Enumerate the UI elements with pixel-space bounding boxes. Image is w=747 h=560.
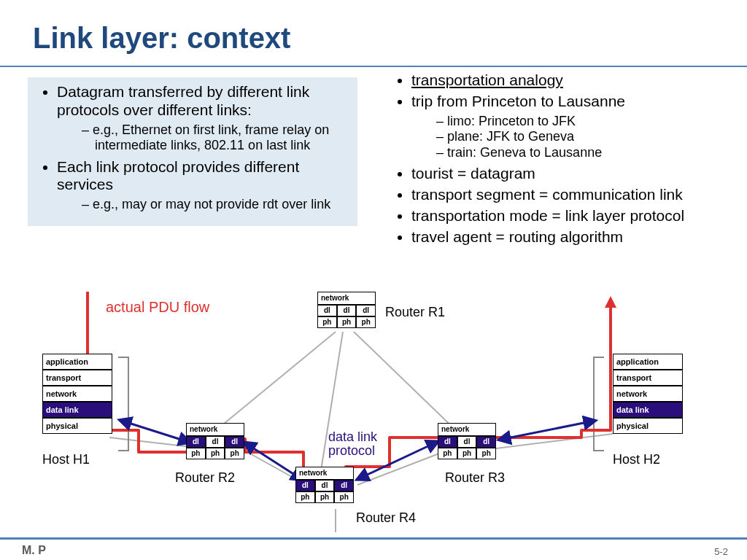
host-h1: application transport network data link …: [42, 354, 112, 434]
layer-physical: physical: [613, 418, 683, 434]
svg-line-6: [354, 332, 460, 434]
left-sub-1a: e.g., Ethernet on first link, frame rela…: [82, 122, 350, 154]
layer-transport: transport: [613, 370, 683, 386]
footer-rule: [0, 537, 747, 540]
right-sub-2c: train: Geneva to Lausanne: [436, 145, 729, 161]
footer-page: 5-2: [714, 546, 728, 557]
router-r1-label: Router R1: [385, 305, 445, 320]
slide: Link layer: context Datagram transferred…: [0, 0, 747, 560]
right-bullet-4: transport segment = communication link: [411, 186, 729, 204]
pdu-flow-label: actual PDU flow: [106, 299, 209, 316]
right-bullet-5: transportation mode = link layer protoco…: [411, 207, 729, 225]
router-r4: network dldldl phphph: [295, 467, 354, 503]
layer-datalink: data link: [613, 402, 683, 418]
layer-transport: transport: [42, 370, 112, 386]
network-diagram: actual PDU flow data linkprotocol applic…: [29, 292, 718, 532]
data-link-protocol-label: data linkprotocol: [328, 430, 377, 458]
right-bullet-2: trip from Princeton to Lausanne: [411, 93, 729, 111]
router-r3-label: Router R3: [445, 470, 505, 486]
router-r4-label: Router R4: [356, 510, 416, 526]
layer-app: application: [613, 354, 683, 370]
router-r2-label: Router R2: [175, 470, 235, 486]
right-bullet-3: tourist = datagram: [411, 165, 729, 183]
right-bullet-1: transportation analogy: [411, 71, 729, 90]
right-panel: transportation analogy trip from Princet…: [390, 71, 729, 249]
router-r3: network dldldl phphph: [438, 423, 496, 459]
left-bullet-1: Datagram transferred by different link p…: [57, 83, 350, 120]
slide-title: Link layer: context: [33, 22, 290, 55]
host-h1-label: Host H1: [42, 452, 90, 467]
footer-author: M. P: [22, 544, 46, 557]
svg-marker-8: [605, 296, 616, 308]
right-sub-2b: plane: JFK to Geneva: [436, 129, 729, 145]
title-rule: [0, 66, 747, 67]
layer-network: network: [42, 386, 112, 402]
layer-physical: physical: [42, 418, 112, 434]
layer-network: network: [613, 386, 683, 402]
host-h2: application transport network data link …: [613, 354, 683, 434]
router-r2: network dldldl phphph: [186, 423, 244, 459]
layer-app: application: [42, 354, 112, 370]
svg-line-10: [248, 445, 299, 478]
right-bullet-6: travel agent = routing algorithm: [411, 228, 729, 246]
router-r1: network dldldl phphph: [317, 292, 376, 328]
left-panel: Datagram transferred by different link p…: [28, 77, 357, 226]
host-h2-label: Host H2: [613, 452, 660, 467]
left-bullet-2: Each link protocol provides different se…: [57, 158, 350, 195]
right-sub-2a: limo: Princeton to JFK: [436, 114, 729, 130]
left-sub-2a: e.g., may or may not provide rdt over li…: [82, 197, 350, 213]
svg-line-4: [212, 332, 336, 434]
layer-datalink: data link: [42, 402, 112, 418]
